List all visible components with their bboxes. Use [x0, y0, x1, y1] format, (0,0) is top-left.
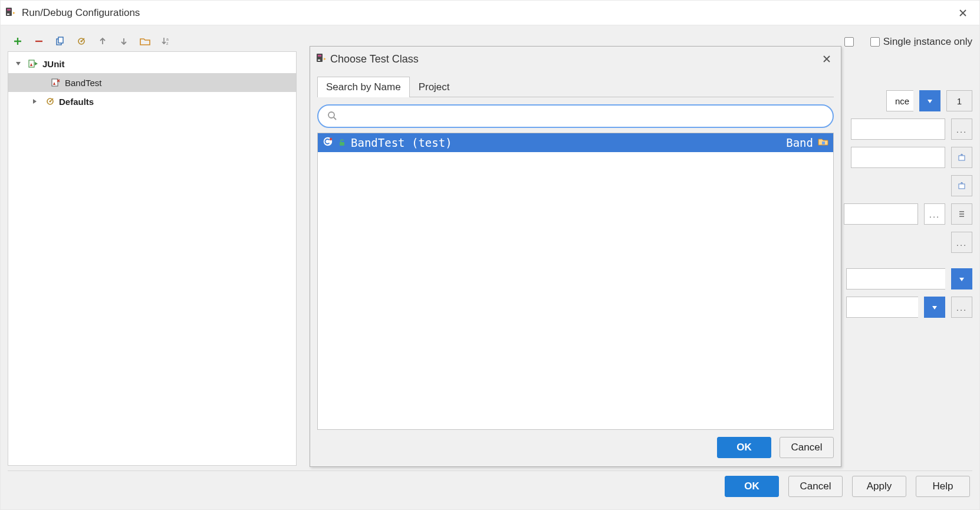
dropdown-arrow-icon[interactable]: [951, 268, 972, 289]
env-vars-row: ...: [951, 232, 972, 253]
tree-label: BandTest: [65, 78, 102, 88]
program-args-row: [951, 175, 972, 196]
browse-button[interactable]: ...: [924, 203, 945, 225]
svg-text:z: z: [166, 41, 169, 45]
dialog-tabs: Search by Name Project: [317, 76, 834, 97]
text-field[interactable]: [851, 147, 945, 168]
browse-button[interactable]: ...: [951, 119, 972, 140]
junit-run-icon: [27, 57, 40, 70]
sort-button[interactable]: az: [157, 33, 175, 50]
fork-mode-row: nce 1: [886, 90, 972, 111]
module-select[interactable]: [846, 268, 945, 289]
tab-project[interactable]: Project: [410, 77, 459, 97]
fork-count-input[interactable]: 1: [946, 90, 972, 111]
unlock-icon: [338, 136, 346, 149]
class-icon: [323, 136, 333, 149]
svg-rect-1: [7, 9, 11, 11]
svg-point-21: [330, 138, 332, 140]
app-icon: [5, 7, 17, 19]
folder-button[interactable]: [136, 33, 154, 50]
tree-node-junit[interactable]: JUnit: [8, 54, 296, 73]
text-field[interactable]: [844, 203, 918, 225]
svg-rect-4: [58, 37, 63, 43]
remove-config-button[interactable]: [30, 33, 48, 50]
result-item[interactable]: BandTest (test) Band: [318, 133, 833, 152]
configurations-panel: az JUnit: [8, 31, 297, 466]
module-row: [846, 268, 972, 289]
window-title: Run/Debug Configurations: [22, 7, 140, 19]
expand-editor-button[interactable]: [951, 175, 972, 196]
add-config-button[interactable]: [9, 33, 27, 50]
search-input[interactable]: [343, 106, 824, 127]
dialog-title: Choose Test Class: [330, 53, 419, 65]
config-tree[interactable]: JUnit BandTest: [8, 51, 297, 466]
dialog-body: Search by Name Project BandTest (test) B…: [310, 71, 841, 430]
svg-point-18: [328, 112, 334, 118]
tree-label: Defaults: [59, 97, 94, 107]
result-item-module: Band: [786, 136, 813, 149]
expand-arrow-icon[interactable]: [12, 60, 25, 67]
move-up-button[interactable]: [94, 33, 111, 50]
dialog-close-button[interactable]: [818, 51, 835, 67]
expand-editor-button[interactable]: [951, 147, 972, 168]
svg-rect-22: [340, 142, 344, 146]
svg-text:a: a: [166, 37, 169, 41]
svg-point-12: [49, 100, 51, 102]
svg-point-6: [80, 40, 82, 42]
collapse-arrow-icon[interactable]: [28, 98, 41, 105]
ok-button[interactable]: OK: [717, 437, 771, 458]
config-toolbar: az: [8, 31, 297, 51]
text-field[interactable]: [851, 119, 945, 140]
svg-rect-9: [29, 60, 34, 67]
dropdown-arrow-icon[interactable]: [924, 297, 945, 318]
right-field-stack: nce 1 ...: [844, 90, 972, 318]
jre-select[interactable]: [846, 297, 918, 318]
svg-rect-16: [318, 55, 321, 57]
wrench-icon: [44, 95, 57, 108]
browse-button[interactable]: ...: [951, 232, 972, 253]
top-checkbox-row: Single instance only: [844, 36, 972, 48]
share-checkbox[interactable]: [844, 37, 854, 47]
test-class-icon: [50, 76, 63, 89]
cancel-button[interactable]: Cancel: [780, 437, 834, 458]
svg-rect-17: [318, 60, 320, 61]
svg-rect-14: [959, 184, 965, 189]
class-field-row: ...: [851, 119, 972, 140]
tree-node-defaults[interactable]: Defaults: [8, 92, 296, 111]
dropdown-arrow-icon[interactable]: [919, 90, 940, 111]
vm-options-row: [851, 147, 972, 168]
tree-node-bandtest[interactable]: BandTest: [8, 73, 296, 92]
svg-rect-13: [959, 156, 965, 160]
help-button[interactable]: Help: [916, 476, 970, 497]
main-actions: OK Cancel Apply Help: [8, 470, 972, 501]
working-dir-row: ...: [844, 203, 972, 225]
single-instance-checkbox[interactable]: [870, 37, 880, 47]
jre-row: ...: [846, 297, 972, 318]
results-list[interactable]: BandTest (test) Band: [317, 133, 834, 430]
titlebar: Run/Debug Configurations: [1, 1, 979, 25]
fork-mode-select-tail[interactable]: nce: [886, 90, 913, 111]
move-down-button[interactable]: [115, 33, 133, 50]
svg-rect-2: [7, 14, 9, 15]
tab-search-by-name[interactable]: Search by Name: [317, 77, 410, 97]
search-field[interactable]: [317, 104, 834, 128]
browse-button[interactable]: ...: [951, 297, 972, 318]
app-icon: [316, 53, 327, 65]
copy-config-button[interactable]: [51, 33, 69, 50]
dialog-actions: OK Cancel: [310, 430, 841, 466]
dialog-titlebar: Choose Test Class: [310, 47, 841, 71]
tree-label: JUnit: [42, 59, 65, 69]
apply-button[interactable]: Apply: [852, 476, 906, 497]
window-close-button[interactable]: [951, 4, 975, 22]
ok-button[interactable]: OK: [725, 476, 779, 497]
list-button[interactable]: [951, 203, 972, 225]
choose-test-class-dialog: Choose Test Class Search by Name Project: [310, 46, 841, 467]
svg-rect-23: [822, 142, 825, 144]
edit-defaults-button[interactable]: [73, 33, 90, 50]
module-icon: [818, 136, 828, 149]
search-icon: [327, 110, 337, 123]
cancel-button[interactable]: Cancel: [788, 476, 843, 497]
result-item-label: BandTest (test): [351, 136, 452, 149]
single-instance-label: Single instance only: [883, 36, 972, 48]
svg-rect-10: [52, 79, 58, 86]
